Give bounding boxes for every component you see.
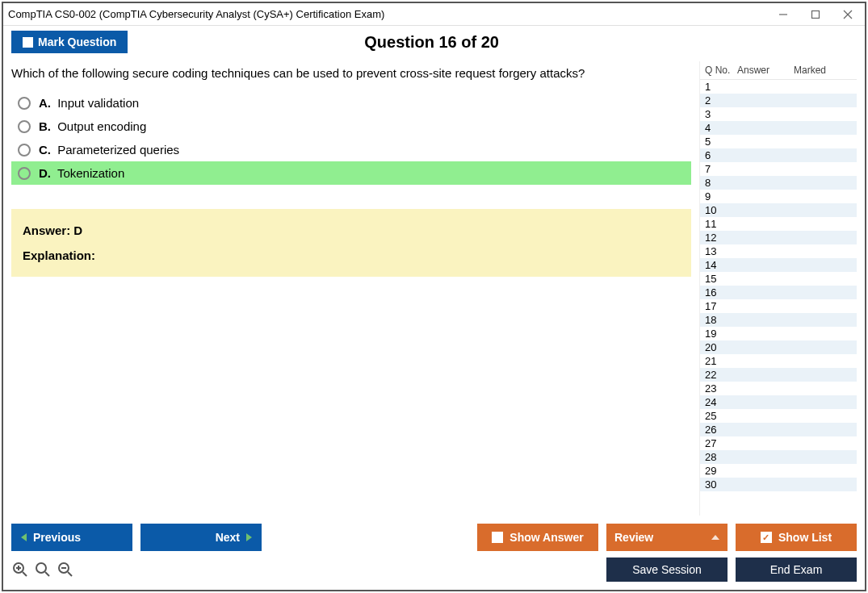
row-qno: 28 [705, 451, 737, 463]
option-C[interactable]: C. Parameterized queries [11, 138, 691, 161]
bottom-bar-2: Save Session End Exam [3, 554, 865, 590]
zoom-in-icon[interactable] [11, 561, 29, 578]
option-B[interactable]: B. Output encoding [11, 115, 691, 138]
previous-button[interactable]: Previous [11, 524, 132, 551]
close-icon[interactable] [841, 7, 855, 22]
row-qno: 1 [705, 81, 737, 93]
chevron-right-icon [246, 533, 252, 541]
zoom-out-icon[interactable] [57, 561, 74, 578]
question-row[interactable]: 16 [700, 286, 857, 299]
question-row[interactable]: 12 [700, 231, 857, 244]
question-row[interactable]: 28 [700, 450, 857, 464]
show-list-button[interactable]: ✓ Show List [736, 524, 857, 551]
radio-icon [18, 167, 31, 180]
row-qno: 27 [705, 437, 737, 449]
checkbox-checked-icon: ✓ [761, 532, 772, 543]
row-qno: 16 [705, 286, 737, 299]
question-row[interactable]: 25 [700, 409, 857, 423]
row-qno: 23 [705, 382, 737, 395]
previous-label: Previous [33, 531, 81, 544]
review-button[interactable]: Review [606, 524, 728, 551]
save-session-button[interactable]: Save Session [606, 558, 728, 582]
question-row[interactable]: 26 [700, 423, 857, 436]
question-row[interactable]: 24 [700, 395, 857, 409]
app-window: CompTIA CS0-002 (CompTIA Cybersecurity A… [2, 2, 866, 591]
row-qno: 12 [705, 232, 737, 244]
radio-icon [18, 120, 31, 133]
next-label: Next [216, 531, 240, 544]
question-row[interactable]: 22 [700, 368, 857, 382]
row-qno: 5 [705, 136, 737, 148]
checkbox-icon [492, 532, 503, 543]
row-qno: 6 [705, 149, 737, 161]
end-exam-label: End Exam [770, 563, 823, 576]
row-qno: 14 [705, 259, 737, 271]
question-row[interactable]: 21 [700, 354, 857, 368]
end-exam-button[interactable]: End Exam [736, 558, 857, 582]
window-title: CompTIA CS0-002 (CompTIA Cybersecurity A… [8, 8, 776, 20]
col-marked: Marked [794, 65, 855, 76]
question-row[interactable]: 15 [700, 272, 857, 286]
show-answer-button[interactable]: Show Answer [477, 524, 598, 551]
question-row[interactable]: 4 [700, 121, 857, 135]
next-button[interactable]: Next [140, 524, 262, 551]
question-panel: Which of the following secure coding tec… [11, 61, 699, 516]
question-row[interactable]: 18 [700, 313, 857, 327]
option-label: D. Tokenization [39, 166, 124, 180]
row-qno: 18 [705, 314, 737, 326]
option-D[interactable]: D. Tokenization [11, 161, 691, 185]
question-row[interactable]: 1 [700, 80, 857, 94]
bottom-bar-1: Previous Next Show Answer Review ✓ Show … [3, 516, 865, 554]
row-qno: 15 [705, 273, 737, 285]
row-qno: 17 [705, 300, 737, 312]
answer-box: Answer: D Explanation: [11, 209, 691, 277]
show-answer-label: Show Answer [509, 531, 583, 544]
row-qno: 13 [705, 245, 737, 257]
minimize-icon[interactable] [776, 7, 790, 22]
row-qno: 9 [705, 190, 737, 203]
question-row[interactable]: 9 [700, 190, 857, 203]
row-qno: 4 [705, 122, 737, 134]
question-row[interactable]: 27 [700, 436, 857, 450]
save-session-label: Save Session [632, 563, 702, 576]
question-row[interactable]: 23 [700, 382, 857, 395]
question-row[interactable]: 20 [700, 340, 857, 354]
question-row[interactable]: 5 [700, 135, 857, 148]
zoom-reset-icon[interactable] [34, 561, 52, 578]
row-qno: 10 [705, 204, 737, 216]
question-row[interactable]: 19 [700, 327, 857, 340]
question-row[interactable]: 2 [700, 94, 857, 107]
review-label: Review [614, 531, 653, 544]
question-row[interactable]: 6 [700, 148, 857, 162]
titlebar: CompTIA CS0-002 (CompTIA Cybersecurity A… [3, 3, 865, 26]
option-label: B. Output encoding [39, 119, 146, 133]
question-row[interactable]: 3 [700, 107, 857, 121]
question-row[interactable]: 8 [700, 176, 857, 190]
option-label: C. Parameterized queries [39, 143, 179, 157]
explanation-label: Explanation: [23, 248, 680, 262]
question-list-panel: Q No. Answer Marked 12345678910111213141… [699, 61, 857, 516]
question-row[interactable]: 10 [700, 203, 857, 217]
answer-label: Answer: D [23, 223, 680, 237]
question-row[interactable]: 11 [700, 217, 857, 231]
question-row[interactable]: 14 [700, 258, 857, 272]
question-row[interactable]: 17 [700, 299, 857, 313]
svg-line-11 [68, 572, 72, 576]
col-answer: Answer [737, 65, 794, 76]
question-row[interactable]: 29 [700, 464, 857, 478]
checkbox-icon [23, 37, 33, 48]
option-label: A. Input validation [39, 96, 139, 110]
mark-question-button[interactable]: Mark Question [11, 31, 128, 53]
row-qno: 30 [705, 478, 737, 491]
main-content: Which of the following secure coding tec… [3, 61, 865, 516]
maximize-icon[interactable] [808, 7, 823, 22]
question-row[interactable]: 7 [700, 162, 857, 176]
radio-icon [18, 97, 31, 110]
option-A[interactable]: A. Input validation [11, 91, 691, 115]
question-list-rows[interactable]: 1234567891011121314151617181920212223242… [700, 80, 857, 516]
show-list-label: Show List [778, 531, 832, 544]
svg-line-5 [23, 572, 27, 576]
row-qno: 19 [705, 328, 737, 340]
question-row[interactable]: 13 [700, 244, 857, 258]
question-row[interactable]: 30 [700, 478, 857, 491]
